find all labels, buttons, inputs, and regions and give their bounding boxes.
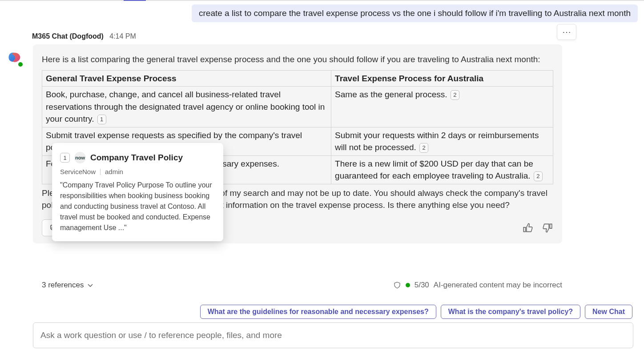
input-placeholder-text: Ask a work question or use / to referenc… xyxy=(40,330,282,340)
hover-body-text: "Company Travel Policy Purpose To outlin… xyxy=(60,180,215,233)
citation-hover-card: 1 now Company Travel Policy ServiceNow a… xyxy=(52,143,223,241)
copilot-avatar xyxy=(6,50,23,67)
feedback-controls xyxy=(522,222,553,234)
hover-card-subheader: ServiceNow admin xyxy=(60,168,215,175)
ai-disclaimer-text: AI-generated content may be incorrect xyxy=(434,281,562,290)
sender-line: M365 Chat (Dogfood) 4:14 PM xyxy=(32,32,136,40)
table-row: Book, purchase, change, and cancel all b… xyxy=(42,87,553,127)
table-header-australia: Travel Expense Process for Australia xyxy=(331,70,553,87)
hover-citation-number: 1 xyxy=(60,153,70,163)
shield-icon xyxy=(393,281,401,289)
hover-source: ServiceNow xyxy=(60,168,96,175)
table-header-general: General Travel Expense Process xyxy=(42,70,331,87)
answer-intro-text: Here is a list comparing the general tra… xyxy=(42,53,553,66)
suggested-prompts: What are the guidelines for reasonable a… xyxy=(200,305,632,319)
more-actions-button[interactable]: ⋯ xyxy=(557,24,576,40)
user-message-text: create a list to compare the travel expe… xyxy=(199,8,631,18)
ai-footer-note: 5/30 AI-generated content may be incorre… xyxy=(393,281,562,290)
separator xyxy=(100,169,101,175)
citation-badge[interactable]: 2 xyxy=(419,143,428,153)
references-toggle[interactable]: 3 references xyxy=(42,281,94,290)
suggestion-guidelines[interactable]: What are the guidelines for reasonable a… xyxy=(200,305,436,319)
thumbs-up-icon[interactable] xyxy=(522,222,534,234)
chevron-down-icon xyxy=(87,282,94,289)
more-icon: ⋯ xyxy=(562,27,571,37)
hover-title[interactable]: Company Travel Policy xyxy=(90,153,183,163)
suggestion-travel-policy[interactable]: What is the company's travel policy? xyxy=(441,305,580,319)
hover-author: admin xyxy=(105,168,123,175)
citation-badge[interactable]: 2 xyxy=(451,90,459,100)
thumbs-down-icon[interactable] xyxy=(542,222,553,234)
sender-time: 4:14 PM xyxy=(109,32,136,40)
usage-count: 5/30 xyxy=(415,281,429,290)
table-cell: Submit your requests within 2 days or re… xyxy=(331,127,553,155)
below-card-row: 3 references 5/30 AI-generated content m… xyxy=(42,281,562,290)
citation-badge[interactable]: 2 xyxy=(534,171,543,181)
citation-badge[interactable]: 1 xyxy=(97,115,106,124)
table-cell: Book, purchase, change, and cancel all b… xyxy=(42,87,331,127)
hover-card-header: 1 now Company Travel Policy xyxy=(60,152,215,163)
table-header-row: General Travel Expense Process Travel Ex… xyxy=(42,70,553,87)
user-message-bubble: create a list to compare the travel expe… xyxy=(192,4,638,22)
references-label: 3 references xyxy=(42,281,84,290)
table-cell: There is a new limit of $200 USD per day… xyxy=(331,155,553,184)
servicenow-logo-icon: now xyxy=(74,152,86,163)
message-input[interactable]: Ask a work question or use / to referenc… xyxy=(33,322,633,348)
sender-name: M365 Chat (Dogfood) xyxy=(32,32,104,40)
presence-indicator xyxy=(17,61,24,68)
table-cell: Same as the general process. 2 xyxy=(331,87,553,127)
new-chat-button[interactable]: New Chat xyxy=(585,305,632,319)
status-dot-icon xyxy=(406,283,410,287)
top-accent-rule xyxy=(0,0,644,1)
